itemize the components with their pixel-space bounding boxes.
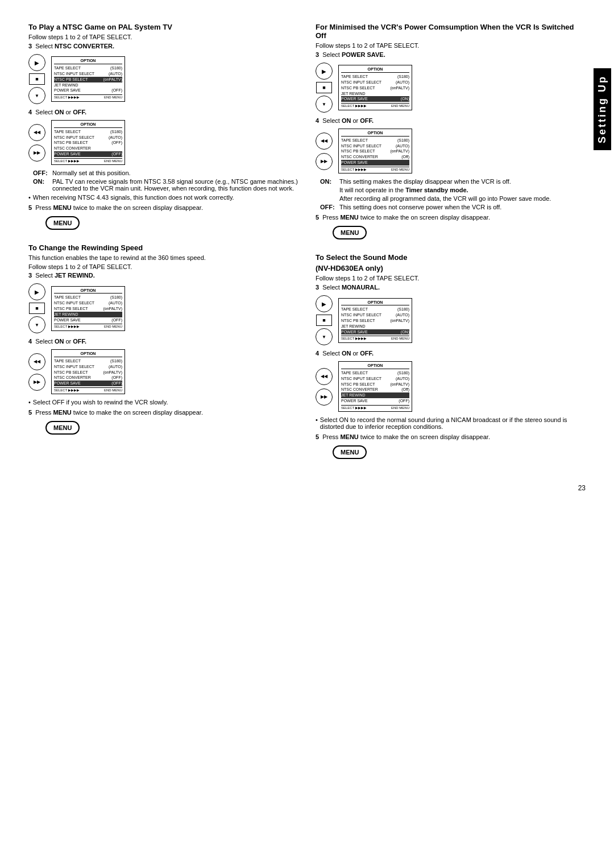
off-on-list-1: OFF: Normally set at this position. ON: … [33, 170, 298, 192]
vcr-remote-6: ◀◀ ▶▶ [316, 133, 333, 170]
vcr-remote-4: ◀◀ ▶▶ [28, 353, 45, 391]
nav-btn-2: ▼ [28, 316, 45, 333]
stop-btn-3: ■ [316, 82, 332, 93]
stop-btn-4: ■ [316, 315, 332, 326]
play-btn: ▶ [28, 54, 45, 71]
menu-button-2: MENU [45, 418, 298, 438]
nav-btn-4: ▼ [316, 328, 333, 345]
ff-btn-3: ▶▶ [316, 153, 333, 170]
option-menu-7: OPTION TAPE SELECT(S180) NTSC INPUT SELE… [338, 298, 412, 343]
play-btn-4: ▶ [316, 295, 333, 312]
section2-follow: Follow steps 1 to 2 of TAPE SELECT. [28, 263, 298, 270]
right-step4: 4 Select ON or OFF. [316, 117, 586, 124]
right-section2-step4: 4 Select ON or OFF. [316, 350, 586, 357]
section2-step4: 4 Select ON or OFF. [28, 338, 298, 345]
section1-subtitle: Follow steps 1 to 2 of TAPE SELECT. [28, 34, 298, 40]
right-step5: 5 Press MENU twice to make the on screen… [316, 214, 586, 221]
right-step4-image: ◀◀ ▶▶ OPTION TAPE SELECT(S180) NTSC INPU… [316, 129, 586, 173]
right-section2-bullet: • Select ON to record the normal sound d… [316, 416, 586, 430]
stop-btn: ■ [29, 73, 45, 85]
right-section2-title2: (NV-HD630EA only) [316, 264, 586, 272]
section2-step3: 3 Select JET REWIND. [28, 272, 298, 279]
vcr-remote-7: ▶ ■ ▼ [316, 295, 333, 345]
ff-btn: ▶▶ [28, 144, 45, 162]
ff-btn-4: ▶▶ [316, 388, 333, 406]
step4-image-row: ◀◀ ▶▶ OPTION TAPE SELECT(S180) NTSC INPU… [28, 120, 298, 165]
right-section2-step5: 5 Press MENU twice to make the on screen… [316, 433, 586, 440]
rew-btn: ◀◀ [28, 124, 45, 141]
right-section2-step4-image: ◀◀ ▶▶ OPTION TAPE SELECT(S180) NTSC INPU… [316, 361, 586, 412]
section2-bullet: • Select OFF if you wish to rewind the V… [28, 399, 298, 406]
option-menu-2: OPTION TAPE SELECT(S180) NTSC INPUT SELE… [51, 120, 125, 165]
right-section1-title: For Minimised the VCR's Power Comsumptio… [316, 23, 586, 40]
option-menu-6: OPTION TAPE SELECT(S180) NTSC INPUT SELE… [338, 129, 412, 173]
play-btn-3: ▶ [316, 63, 333, 80]
step3-image-row: ▶ ■ ▼ OPTION TAPE SELECT(S180) NTSC INPU… [28, 54, 298, 104]
vcr-remote-3: ▶ ■ ▼ [28, 283, 45, 333]
option-menu-4: OPTION TAPE SELECT(S180) NTSC INPUT SELE… [51, 349, 125, 394]
nav-btn: ▼ [28, 87, 45, 104]
option-menu-8: OPTION TAPE SELECT(S180) NTSC INPUT SELE… [338, 361, 412, 412]
vcr-remote-8: ◀◀ ▶▶ [316, 368, 333, 406]
menu-button-4: MENU [333, 442, 586, 462]
section2-step4-image: ◀◀ ▶▶ OPTION TAPE SELECT(S180) NTSC INPU… [28, 349, 298, 394]
option-menu-5: OPTION TAPE SELECT(S180) NTSC INPUT SELE… [338, 65, 412, 110]
right-section2-subtitle: Follow steps 1 to 2 of TAPE SELECT. [316, 275, 586, 282]
section2-step3-image: ▶ ■ ▼ OPTION TAPE SELECT(S180) NTSC INPU… [28, 283, 298, 333]
vcr-remote-2: ◀◀ ▶▶ [28, 124, 45, 162]
section2-title: To Change the Rewinding Speed [28, 243, 298, 252]
right-section1-subtitle: Follow steps 1 to 2 of TAPE SELECT. [316, 42, 586, 49]
right-step3-image: ▶ ■ ▼ OPTION TAPE SELECT(S180) NTSC INPU… [316, 63, 586, 113]
right-off-on-list: ON: This setting makes the display disap… [320, 178, 586, 210]
section1-title: To Play a NTSC Game on PAL System TV [28, 23, 298, 31]
side-label: Setting Up [594, 68, 611, 150]
rew-btn-4: ◀◀ [316, 368, 333, 385]
right-section2-step3-image: ▶ ■ ▼ OPTION TAPE SELECT(S180) NTSC INPU… [316, 295, 586, 345]
page-number: 23 [28, 484, 586, 492]
menu-button-1: MENU [45, 213, 298, 233]
option-menu-1: OPTION TAPE SELECT(S180) NTSC INPUT SELE… [51, 56, 125, 101]
right-section2-title: To Select the Sound Mode [316, 253, 586, 262]
section2-desc: This function enables the tape to rewind… [28, 254, 298, 261]
vcr-remote-1: ▶ ■ ▼ [28, 54, 45, 104]
menu-button-3: MENU [333, 222, 586, 243]
stop-btn-2: ■ [29, 303, 45, 314]
rew-btn-3: ◀◀ [316, 133, 333, 150]
section2-step5: 5 Press MENU twice to make the on screen… [28, 409, 298, 416]
step4-label: 4 Select ON or OFF. [28, 109, 298, 115]
right-step3: 3 Select POWER SAVE. [316, 51, 586, 58]
play-btn-2: ▶ [28, 283, 45, 300]
ff-btn-2: ▶▶ [28, 374, 45, 391]
nav-btn-3: ▼ [316, 96, 333, 113]
option-menu-3: OPTION TAPE SELECT(S180) NTSC INPUT SELE… [51, 286, 125, 331]
vcr-remote-5: ▶ ■ ▼ [316, 63, 333, 113]
right-section2-step3: 3 Select MONAURAL. [316, 284, 586, 291]
step3-label: 3 Select NTSC CONVERTER. [28, 43, 298, 49]
rew-btn-2: ◀◀ [28, 353, 45, 370]
bullet-1: • When receiving NTSC 4.43 signals, this… [28, 194, 298, 201]
step5-label: 5 Press MENU twice to make the on screen… [28, 204, 298, 211]
